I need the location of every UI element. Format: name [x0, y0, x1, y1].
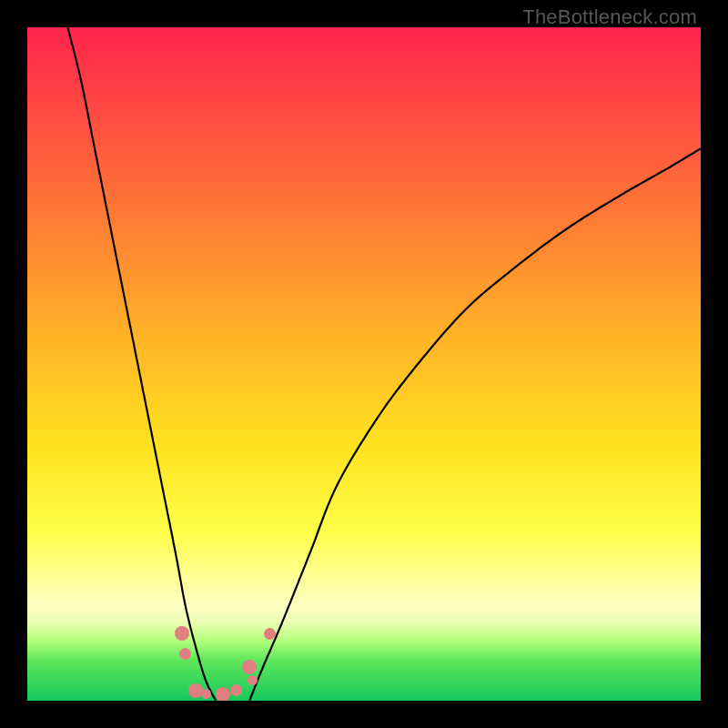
data-point — [216, 687, 230, 701]
watermark-text: TheBottleneck.com — [522, 5, 697, 29]
outer-frame: TheBottleneck.com — [0, 0, 728, 728]
data-point — [264, 628, 276, 640]
left-curve — [67, 27, 216, 701]
data-point — [201, 689, 211, 699]
plot-area — [27, 27, 701, 701]
curve-layer — [27, 27, 701, 701]
right-curve — [249, 148, 701, 701]
